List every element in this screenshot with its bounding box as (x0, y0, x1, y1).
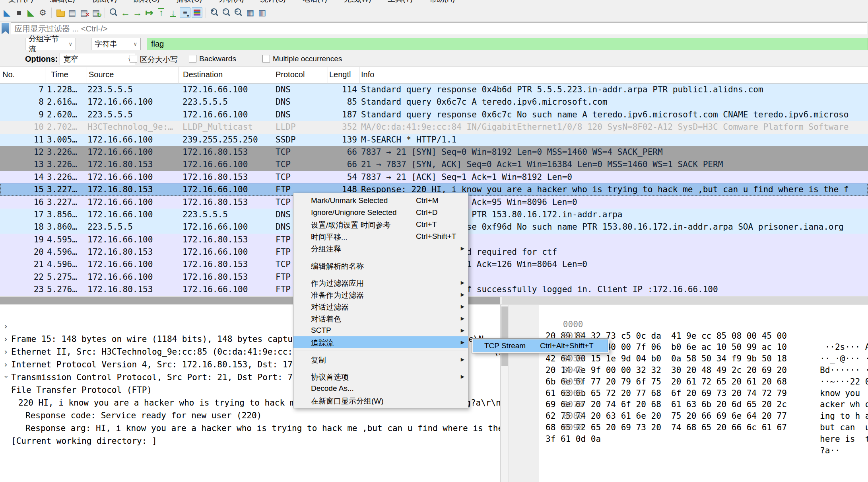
reload-file-icon[interactable]: ▤ (91, 7, 101, 18)
menu-bar-item[interactable]: 捕获(C) (168, 0, 210, 4)
wireshark-window: 文件(F) 编辑(E) 视图(V) 跳转(G) 捕获(C) 分析(A) 统计(S… (0, 0, 868, 482)
hex-row[interactable]: 0010 00 86 5f e5 40 00 7f 06 b0 6e ac 10… (509, 319, 868, 330)
capture-options-icon[interactable]: ⚙ (37, 7, 48, 18)
charset-select[interactable]: 宽窄 ∨ (60, 53, 135, 65)
packet-row[interactable]: 9 2.620… 223.5.5.5 172.16.66.100 DNS 187… (0, 109, 868, 121)
display-filter-input[interactable]: 应用显示过滤器 ... <Ctrl-/> (11, 22, 867, 35)
column-protocol[interactable]: Protocol (276, 70, 305, 79)
colorize-toggle-icon[interactable] (192, 7, 202, 18)
packet-destination: 172.16.66.100 (183, 158, 248, 171)
column-source[interactable]: Source (89, 70, 114, 79)
zoom-in-icon[interactable]: + (209, 7, 220, 18)
context-menu-item[interactable]: 时间平移... Ctrl+Shift+T (293, 230, 468, 242)
detail-pane-vscrollbar[interactable] (500, 305, 509, 482)
context-menu-item[interactable]: 设置/取消设置 时间参考 Ctrl+T (293, 219, 468, 230)
context-menu-item[interactable] (293, 348, 468, 353)
context-menu-item[interactable]: 在新窗口显示分组(W) (293, 394, 468, 406)
toolbar-separator[interactable] (206, 8, 206, 18)
context-menu-item[interactable]: 追踪流 ▶ (293, 336, 468, 348)
tcp-stream-menu-item[interactable]: TCP Stream Ctrl+Alt+Shift+T (473, 340, 608, 352)
hex-row[interactable]: 0040 6b 6e 6f 77 20 79 6f 75 20 61 72 65… (509, 353, 868, 365)
capture-stop-icon[interactable]: ■ (14, 7, 24, 18)
context-menu-item[interactable]: 对话着色 ▶ (293, 312, 468, 324)
column-time[interactable]: Time (51, 70, 68, 79)
packet-row[interactable]: 8 2.616… 172.16.66.100 223.5.5.5 DNS 85 … (0, 96, 868, 108)
context-menu-item[interactable]: 作为过滤器应用 ▶ (293, 277, 468, 289)
column-info[interactable]: Info (361, 70, 374, 79)
go-last-packet-icon[interactable]: ↓ (168, 7, 179, 18)
go-to-packet-icon[interactable]: ↦ (144, 7, 155, 18)
display-filter-bar: 应用显示过滤器 ... <Ctrl-/> (0, 21, 868, 36)
context-menu-item[interactable]: 编辑解析的名称 (293, 260, 468, 271)
context-menu-item[interactable] (293, 271, 468, 277)
hex-row[interactable]: 0070 62 75 74 20 63 61 6e 20 75 20 66 69… (509, 388, 868, 399)
go-first-packet-icon[interactable]: ↑ (156, 7, 167, 18)
zoom-out-icon[interactable]: − (221, 7, 232, 18)
find-packet-icon[interactable] (108, 7, 119, 18)
context-menu-item[interactable]: Decode As... (293, 382, 468, 394)
resize-columns-icon[interactable]: ▦ (245, 7, 256, 18)
context-menu-item[interactable]: 复制 ▶ (293, 353, 468, 365)
context-menu-item[interactable] (293, 365, 468, 371)
vscrollbar-handle[interactable] (501, 306, 508, 366)
context-menu-item[interactable]: 对话过滤器 ▶ (293, 301, 468, 312)
auto-scroll-toggle-icon[interactable]: ≡ (180, 7, 190, 18)
menu-bar-item[interactable]: 分析(A) (210, 0, 252, 4)
toolbar-separator[interactable] (105, 8, 105, 18)
backwards-checkbox[interactable] (189, 55, 196, 62)
hex-row[interactable]: 0080 68 65 72 65 20 69 73 20 74 68 65 20… (509, 399, 868, 410)
packet-row[interactable]: 11 3.005… 172.16.66.100 239.255.255.250 … (0, 134, 868, 146)
zoom-100-icon[interactable]: = (233, 7, 244, 18)
search-input[interactable]: flag (147, 38, 868, 50)
toolbar-separator[interactable] (51, 8, 52, 18)
context-menu-item[interactable]: 协议首选项 ▶ (293, 371, 468, 382)
packet-destination: 172.16.80.153 (183, 271, 248, 283)
search-type-select[interactable]: 字符串 ∨ (91, 38, 141, 50)
menu-bar-item[interactable]: 统计(S) (252, 0, 294, 4)
go-forward-icon[interactable]: → (132, 7, 143, 18)
case-sensitive-checkbox[interactable] (130, 55, 137, 62)
hex-row[interactable]: 0000 20 89 84 32 73 c5 0c da 41 9e cc 85… (509, 307, 868, 319)
menu-bar-item[interactable]: 跳转(G) (125, 0, 168, 4)
packet-row[interactable]: 12 3.226… 172.16.66.100 172.16.80.153 TC… (0, 146, 868, 158)
tcp-stream-label: TCP Stream (484, 341, 526, 350)
multiple-occurrences-checkbox[interactable] (262, 55, 270, 62)
menu-bar-item[interactable]: 帮助(H) (421, 0, 463, 4)
column-destination[interactable]: Destination (183, 70, 223, 79)
context-menu-item[interactable]: 准备作为过滤器 ▶ (293, 289, 468, 301)
menu-bar-item[interactable]: 文件(F) (0, 0, 41, 4)
menu-bar-item[interactable]: 电话(T) (294, 0, 335, 4)
save-file-icon[interactable]: ▤ (67, 7, 78, 18)
hscrollbar-track[interactable] (502, 297, 868, 304)
open-file-icon[interactable] (55, 7, 66, 18)
context-menu-item[interactable] (293, 254, 468, 260)
menu-bar-item[interactable]: 编辑(E) (41, 0, 83, 4)
close-file-icon[interactable]: ▤ (79, 7, 89, 18)
detail-line[interactable]: [Current working directory: ] (0, 409, 500, 422)
menu-bar-item[interactable]: 工具(T) (379, 0, 421, 4)
context-menu-item[interactable]: 分组注释 ▶ (293, 242, 468, 254)
menu-bar-item[interactable]: 无线(W) (336, 0, 380, 4)
layout-columns-icon[interactable]: ▥ (257, 7, 268, 18)
hex-row[interactable]: 0060 69 6e 67 20 74 6f 20 68 61 63 6b 20… (509, 376, 868, 388)
packet-row[interactable]: 13 3.226… 172.16.80.153 172.16.66.100 TC… (0, 158, 868, 171)
filter-bookmark-icon[interactable] (2, 23, 9, 34)
go-back-icon[interactable]: ← (120, 7, 131, 18)
submenu-arrow-icon: ▶ (461, 340, 464, 345)
menu-bar-item[interactable]: 视图(V) (83, 0, 125, 4)
column-no[interactable]: No. (2, 70, 15, 79)
hex-row[interactable]: 0090 3f 61 0d 0a ?a·· (509, 410, 868, 422)
context-menu-item[interactable]: Ignore/Unignore Selected Ctrl+D (293, 207, 468, 219)
packet-row[interactable]: 10 2.702… H3CTechnolog_9e:… LLDP_Multica… (0, 121, 868, 133)
search-scope-select[interactable]: 分组字节流 ∨ (25, 38, 76, 50)
packet-no: 15 (0, 183, 44, 196)
column-length[interactable]: Lengtl (329, 70, 351, 79)
packet-time: 3.005… (47, 134, 77, 146)
context-menu-item[interactable]: Mark/Unmark Selected Ctrl+M (293, 195, 468, 207)
packet-row[interactable]: 7 1.228… 223.5.5.5 172.16.66.100 DNS 114… (0, 84, 868, 96)
capture-restart-icon[interactable]: ◣ (25, 7, 36, 18)
packet-row[interactable]: 14 3.226… 172.16.66.100 172.16.80.153 TC… (0, 171, 868, 183)
capture-start-icon[interactable]: ◣ (2, 7, 12, 18)
hex-row[interactable]: 0050 61 63 6b 65 72 20 77 68 6f 20 69 73… (509, 365, 868, 376)
context-menu-item[interactable]: SCTP ▶ (293, 324, 468, 336)
